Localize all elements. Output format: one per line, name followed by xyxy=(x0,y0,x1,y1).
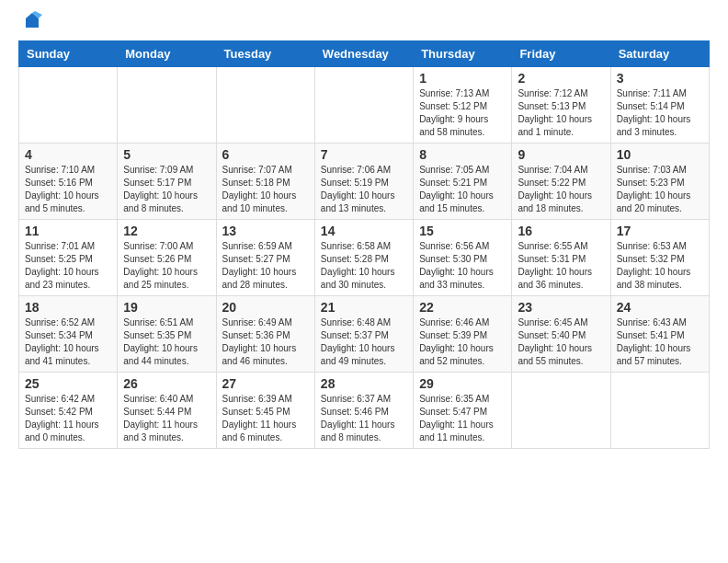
day-number: 2 xyxy=(518,71,604,86)
day-cell: 28Sunrise: 6:37 AM Sunset: 5:46 PM Dayli… xyxy=(314,373,413,449)
day-info: Sunrise: 7:03 AM Sunset: 5:23 PM Dayligh… xyxy=(617,164,703,215)
day-cell: 25Sunrise: 6:42 AM Sunset: 5:42 PM Dayli… xyxy=(19,373,118,449)
day-info: Sunrise: 6:58 AM Sunset: 5:28 PM Dayligh… xyxy=(321,240,407,292)
day-info: Sunrise: 6:45 AM Sunset: 5:40 PM Dayligh… xyxy=(518,316,604,368)
day-number: 6 xyxy=(222,147,309,162)
week-row-2: 4Sunrise: 7:10 AM Sunset: 5:16 PM Daylig… xyxy=(19,144,710,220)
day-cell: 22Sunrise: 6:46 AM Sunset: 5:39 PM Dayli… xyxy=(414,296,512,373)
day-info: Sunrise: 6:56 AM Sunset: 5:30 PM Dayligh… xyxy=(419,240,506,292)
day-number: 15 xyxy=(419,224,506,238)
week-row-1: 1Sunrise: 7:13 AM Sunset: 5:12 PM Daylig… xyxy=(19,67,710,144)
day-info: Sunrise: 6:37 AM Sunset: 5:46 PM Dayligh… xyxy=(321,393,407,444)
day-cell: 3Sunrise: 7:11 AM Sunset: 5:14 PM Daylig… xyxy=(610,67,709,144)
weekday-header-row: SundayMondayTuesdayWednesdayThursdayFrid… xyxy=(19,41,710,67)
day-info: Sunrise: 6:35 AM Sunset: 5:47 PM Dayligh… xyxy=(419,393,506,444)
day-number: 10 xyxy=(617,147,703,162)
weekday-header-friday: Friday xyxy=(512,41,610,67)
day-info: Sunrise: 6:39 AM Sunset: 5:45 PM Dayligh… xyxy=(222,393,309,444)
day-number: 20 xyxy=(222,300,309,315)
day-number: 29 xyxy=(419,376,506,391)
day-cell: 13Sunrise: 6:59 AM Sunset: 5:27 PM Dayli… xyxy=(216,220,314,296)
day-info: Sunrise: 6:48 AM Sunset: 5:37 PM Dayligh… xyxy=(321,316,407,368)
weekday-header-thursday: Thursday xyxy=(414,41,512,67)
day-info: Sunrise: 7:01 AM Sunset: 5:25 PM Dayligh… xyxy=(25,240,111,292)
day-number: 8 xyxy=(419,147,506,162)
day-info: Sunrise: 7:05 AM Sunset: 5:21 PM Dayligh… xyxy=(419,164,506,215)
day-info: Sunrise: 7:12 AM Sunset: 5:13 PM Dayligh… xyxy=(518,87,604,139)
day-cell: 14Sunrise: 6:58 AM Sunset: 5:28 PM Dayli… xyxy=(314,220,413,296)
day-cell: 15Sunrise: 6:56 AM Sunset: 5:30 PM Dayli… xyxy=(414,220,512,296)
day-info: Sunrise: 6:49 AM Sunset: 5:36 PM Dayligh… xyxy=(222,316,309,368)
day-info: Sunrise: 7:13 AM Sunset: 5:12 PM Dayligh… xyxy=(419,87,506,139)
day-info: Sunrise: 6:46 AM Sunset: 5:39 PM Dayligh… xyxy=(419,316,506,368)
day-cell xyxy=(216,67,314,144)
day-info: Sunrise: 7:04 AM Sunset: 5:22 PM Dayligh… xyxy=(518,164,604,215)
day-info: Sunrise: 6:55 AM Sunset: 5:31 PM Dayligh… xyxy=(518,240,604,292)
day-number: 1 xyxy=(419,71,506,86)
day-number: 5 xyxy=(123,147,210,162)
day-cell: 2Sunrise: 7:12 AM Sunset: 5:13 PM Daylig… xyxy=(512,67,610,144)
day-number: 12 xyxy=(123,224,210,238)
week-row-3: 11Sunrise: 7:01 AM Sunset: 5:25 PM Dayli… xyxy=(19,220,710,296)
day-cell xyxy=(512,373,610,449)
day-number: 28 xyxy=(321,376,407,391)
day-number: 27 xyxy=(222,376,309,391)
day-number: 17 xyxy=(617,224,703,238)
day-number: 4 xyxy=(25,147,111,162)
day-info: Sunrise: 6:53 AM Sunset: 5:32 PM Dayligh… xyxy=(617,240,703,292)
day-number: 19 xyxy=(123,300,210,315)
day-number: 24 xyxy=(617,300,703,315)
day-info: Sunrise: 6:59 AM Sunset: 5:27 PM Dayligh… xyxy=(222,240,309,292)
day-cell xyxy=(314,67,413,144)
day-cell: 12Sunrise: 7:00 AM Sunset: 5:26 PM Dayli… xyxy=(118,220,216,296)
day-info: Sunrise: 6:42 AM Sunset: 5:42 PM Dayligh… xyxy=(25,393,111,444)
day-cell xyxy=(118,67,216,144)
day-cell: 8Sunrise: 7:05 AM Sunset: 5:21 PM Daylig… xyxy=(414,144,512,220)
day-cell: 11Sunrise: 7:01 AM Sunset: 5:25 PM Dayli… xyxy=(19,220,118,296)
day-cell: 23Sunrise: 6:45 AM Sunset: 5:40 PM Dayli… xyxy=(512,296,610,373)
day-cell: 9Sunrise: 7:04 AM Sunset: 5:22 PM Daylig… xyxy=(512,144,610,220)
day-number: 25 xyxy=(25,376,111,391)
day-cell: 26Sunrise: 6:40 AM Sunset: 5:44 PM Dayli… xyxy=(118,373,216,449)
weekday-header-wednesday: Wednesday xyxy=(314,41,413,67)
header xyxy=(18,15,710,31)
day-number: 16 xyxy=(518,224,604,238)
day-number: 7 xyxy=(321,147,407,162)
day-cell: 24Sunrise: 6:43 AM Sunset: 5:41 PM Dayli… xyxy=(610,296,709,373)
logo-icon xyxy=(22,11,42,31)
day-number: 3 xyxy=(617,71,703,86)
day-number: 26 xyxy=(123,376,210,391)
weekday-header-sunday: Sunday xyxy=(19,41,118,67)
day-info: Sunrise: 7:00 AM Sunset: 5:26 PM Dayligh… xyxy=(123,240,210,292)
calendar: SundayMondayTuesdayWednesdayThursdayFrid… xyxy=(18,40,710,449)
day-cell: 19Sunrise: 6:51 AM Sunset: 5:35 PM Dayli… xyxy=(118,296,216,373)
day-info: Sunrise: 7:09 AM Sunset: 5:17 PM Dayligh… xyxy=(123,164,210,215)
day-number: 22 xyxy=(419,300,506,315)
week-row-5: 25Sunrise: 6:42 AM Sunset: 5:42 PM Dayli… xyxy=(19,373,710,449)
day-info: Sunrise: 7:07 AM Sunset: 5:18 PM Dayligh… xyxy=(222,164,309,215)
logo xyxy=(18,15,42,31)
day-cell: 18Sunrise: 6:52 AM Sunset: 5:34 PM Dayli… xyxy=(19,296,118,373)
day-cell: 27Sunrise: 6:39 AM Sunset: 5:45 PM Dayli… xyxy=(216,373,314,449)
day-cell: 4Sunrise: 7:10 AM Sunset: 5:16 PM Daylig… xyxy=(19,144,118,220)
day-cell: 6Sunrise: 7:07 AM Sunset: 5:18 PM Daylig… xyxy=(216,144,314,220)
weekday-header-tuesday: Tuesday xyxy=(216,41,314,67)
day-info: Sunrise: 7:11 AM Sunset: 5:14 PM Dayligh… xyxy=(617,87,703,139)
day-info: Sunrise: 6:51 AM Sunset: 5:35 PM Dayligh… xyxy=(123,316,210,368)
day-cell: 10Sunrise: 7:03 AM Sunset: 5:23 PM Dayli… xyxy=(610,144,709,220)
day-cell xyxy=(19,67,118,144)
day-number: 18 xyxy=(25,300,111,315)
day-cell: 17Sunrise: 6:53 AM Sunset: 5:32 PM Dayli… xyxy=(610,220,709,296)
weekday-header-saturday: Saturday xyxy=(610,41,709,67)
day-number: 11 xyxy=(25,224,111,238)
day-cell: 1Sunrise: 7:13 AM Sunset: 5:12 PM Daylig… xyxy=(414,67,512,144)
day-cell: 5Sunrise: 7:09 AM Sunset: 5:17 PM Daylig… xyxy=(118,144,216,220)
day-cell: 21Sunrise: 6:48 AM Sunset: 5:37 PM Dayli… xyxy=(314,296,413,373)
day-number: 23 xyxy=(518,300,604,315)
day-cell xyxy=(610,373,709,449)
day-cell: 20Sunrise: 6:49 AM Sunset: 5:36 PM Dayli… xyxy=(216,296,314,373)
day-cell: 7Sunrise: 7:06 AM Sunset: 5:19 PM Daylig… xyxy=(314,144,413,220)
day-info: Sunrise: 6:40 AM Sunset: 5:44 PM Dayligh… xyxy=(123,393,210,444)
day-info: Sunrise: 6:52 AM Sunset: 5:34 PM Dayligh… xyxy=(25,316,111,368)
week-row-4: 18Sunrise: 6:52 AM Sunset: 5:34 PM Dayli… xyxy=(19,296,710,373)
